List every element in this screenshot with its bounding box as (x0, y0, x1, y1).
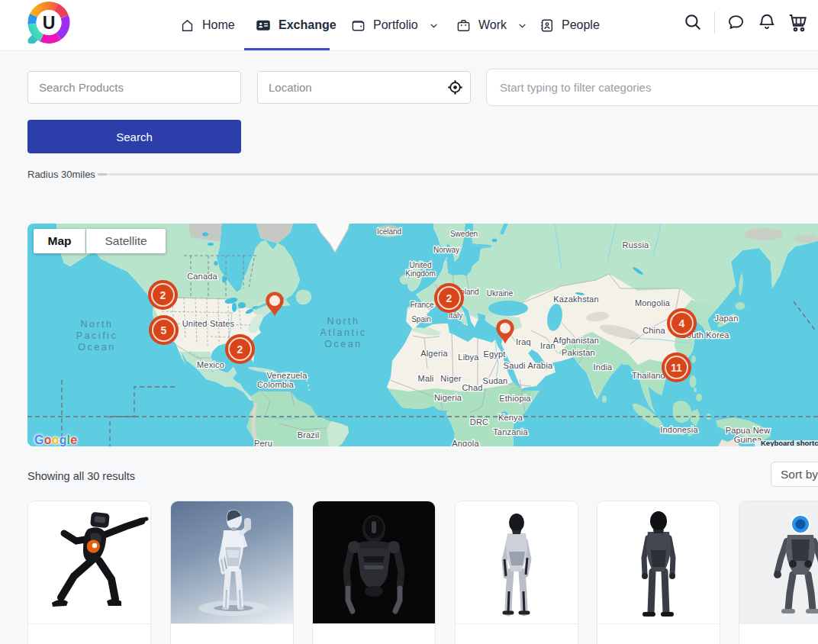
svg-text:Niger: Niger (440, 374, 461, 383)
svg-text:Libya: Libya (458, 353, 479, 362)
svg-text:North: North (80, 319, 113, 330)
svg-text:Thailand: Thailand (632, 371, 665, 380)
svg-text:Peru: Peru (254, 439, 272, 446)
svg-text:Iceland: Iceland (377, 227, 401, 236)
svg-text:Kingdom: Kingdom (405, 269, 435, 278)
svg-text:Canada: Canada (187, 272, 217, 281)
svg-text:Sweden: Sweden (450, 230, 478, 238)
svg-text:Kenya: Kenya (498, 413, 523, 422)
svg-text:Egypt: Egypt (483, 349, 505, 359)
svg-text:Norway: Norway (433, 246, 459, 254)
svg-text:Colombia: Colombia (257, 380, 295, 389)
svg-text:Ukraine: Ukraine (487, 289, 514, 298)
svg-text:Algeria: Algeria (420, 349, 448, 358)
svg-text:India: India (594, 362, 614, 372)
svg-text:United States: United States (182, 319, 235, 328)
svg-text:Mexico: Mexico (197, 360, 224, 369)
svg-text:France: France (410, 301, 434, 309)
svg-text:Sudan: Sudan (483, 376, 508, 385)
svg-text:Pacific: Pacific (76, 330, 118, 341)
svg-text:Ethiopia: Ethiopia (499, 394, 531, 403)
svg-text:China: China (642, 326, 665, 335)
svg-text:Japan: Japan (715, 314, 739, 323)
svg-text:Atlantic: Atlantic (320, 327, 367, 338)
svg-text:Angola: Angola (452, 439, 479, 446)
svg-text:Ocean: Ocean (78, 342, 115, 353)
svg-text:Mongolia: Mongolia (635, 298, 671, 308)
svg-text:Nigeria: Nigeria (434, 393, 462, 402)
svg-text:Papua New: Papua New (726, 426, 771, 435)
svg-text:Kazakhstan: Kazakhstan (553, 295, 598, 304)
svg-text:U: U (43, 13, 56, 33)
svg-text:Tanzania: Tanzania (493, 427, 528, 436)
svg-text:United: United (410, 261, 432, 269)
svg-text:DRC: DRC (470, 417, 488, 427)
svg-text:Chad: Chad (462, 383, 482, 392)
svg-text:Ocean: Ocean (324, 339, 362, 349)
svg-text:Saudi Arabia: Saudi Arabia (504, 361, 553, 370)
svg-text:Iran: Iran (540, 341, 556, 350)
svg-text:Pakistan: Pakistan (562, 348, 595, 357)
svg-text:North: North (327, 316, 359, 327)
svg-text:Spain: Spain (411, 315, 431, 324)
svg-text:Venezuela: Venezuela (266, 371, 308, 380)
svg-text:Iraq: Iraq (516, 337, 531, 346)
svg-text:Indonesia: Indonesia (660, 425, 698, 434)
svg-text:Afghanistan: Afghanistan (553, 336, 599, 345)
svg-text:Mali: Mali (418, 374, 434, 383)
svg-text:Russia: Russia (623, 240, 650, 250)
svg-text:Brazil: Brazil (298, 430, 320, 440)
